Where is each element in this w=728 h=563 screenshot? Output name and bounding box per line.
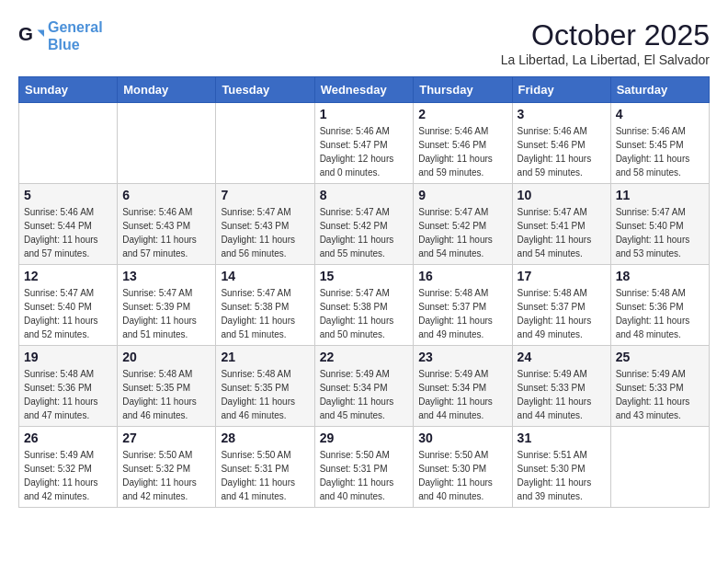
- day-number: 21: [221, 350, 309, 364]
- week-row-2: 5Sunrise: 5:46 AM Sunset: 5:44 PM Daylig…: [19, 184, 710, 265]
- calendar-cell: [118, 103, 216, 184]
- calendar-cell: 15Sunrise: 5:47 AM Sunset: 5:38 PM Dayli…: [314, 265, 414, 346]
- day-number: 17: [518, 269, 606, 283]
- day-info: Sunrise: 5:51 AM Sunset: 5:30 PM Dayligh…: [518, 448, 606, 503]
- location: La Libertad, La Libertad, El Salvador: [501, 52, 710, 67]
- day-info: Sunrise: 5:46 AM Sunset: 5:46 PM Dayligh…: [518, 124, 606, 179]
- logo: G General Blue: [18, 18, 103, 53]
- day-info: Sunrise: 5:48 AM Sunset: 5:36 PM Dayligh…: [616, 286, 704, 341]
- calendar-cell: 31Sunrise: 5:51 AM Sunset: 5:30 PM Dayli…: [512, 427, 610, 508]
- calendar-cell: 18Sunrise: 5:48 AM Sunset: 5:36 PM Dayli…: [610, 265, 709, 346]
- day-number: 27: [122, 431, 210, 445]
- day-info: Sunrise: 5:46 AM Sunset: 5:46 PM Dayligh…: [418, 124, 506, 179]
- day-info: Sunrise: 5:47 AM Sunset: 5:42 PM Dayligh…: [418, 205, 506, 260]
- day-number: 8: [320, 188, 409, 202]
- day-info: Sunrise: 5:50 AM Sunset: 5:31 PM Dayligh…: [320, 448, 409, 503]
- calendar-cell: [19, 103, 118, 184]
- calendar-cell: 19Sunrise: 5:48 AM Sunset: 5:36 PM Dayli…: [19, 346, 118, 427]
- day-number: 3: [518, 107, 606, 121]
- day-info: Sunrise: 5:46 AM Sunset: 5:43 PM Dayligh…: [122, 205, 210, 260]
- calendar-cell: 11Sunrise: 5:47 AM Sunset: 5:40 PM Dayli…: [610, 184, 709, 265]
- day-number: 7: [221, 188, 309, 202]
- day-number: 22: [320, 350, 409, 364]
- calendar-cell: [610, 427, 709, 508]
- calendar-cell: 23Sunrise: 5:49 AM Sunset: 5:34 PM Dayli…: [414, 346, 512, 427]
- day-info: Sunrise: 5:48 AM Sunset: 5:37 PM Dayligh…: [518, 286, 606, 341]
- calendar-cell: 30Sunrise: 5:50 AM Sunset: 5:30 PM Dayli…: [414, 427, 512, 508]
- day-number: 19: [24, 350, 112, 364]
- day-number: 12: [24, 269, 112, 283]
- weekday-header-thursday: Thursday: [414, 77, 512, 103]
- day-info: Sunrise: 5:47 AM Sunset: 5:41 PM Dayligh…: [518, 205, 606, 260]
- calendar-cell: 12Sunrise: 5:47 AM Sunset: 5:40 PM Dayli…: [19, 265, 118, 346]
- calendar-cell: 25Sunrise: 5:49 AM Sunset: 5:33 PM Dayli…: [610, 346, 709, 427]
- calendar-cell: 8Sunrise: 5:47 AM Sunset: 5:42 PM Daylig…: [314, 184, 414, 265]
- day-info: Sunrise: 5:46 AM Sunset: 5:45 PM Dayligh…: [616, 124, 704, 179]
- logo-line1: General: [48, 19, 103, 35]
- day-info: Sunrise: 5:48 AM Sunset: 5:35 PM Dayligh…: [221, 367, 309, 422]
- calendar-cell: 10Sunrise: 5:47 AM Sunset: 5:41 PM Dayli…: [512, 184, 610, 265]
- day-number: 1: [320, 107, 409, 121]
- week-row-3: 12Sunrise: 5:47 AM Sunset: 5:40 PM Dayli…: [19, 265, 710, 346]
- day-info: Sunrise: 5:47 AM Sunset: 5:42 PM Dayligh…: [320, 205, 409, 260]
- day-info: Sunrise: 5:49 AM Sunset: 5:33 PM Dayligh…: [518, 367, 606, 422]
- calendar-cell: 5Sunrise: 5:46 AM Sunset: 5:44 PM Daylig…: [19, 184, 118, 265]
- calendar: SundayMondayTuesdayWednesdayThursdayFrid…: [18, 76, 710, 508]
- weekday-header-sunday: Sunday: [19, 77, 118, 103]
- svg-marker-1: [38, 30, 44, 37]
- day-number: 6: [122, 188, 210, 202]
- calendar-cell: 4Sunrise: 5:46 AM Sunset: 5:45 PM Daylig…: [610, 103, 709, 184]
- calendar-cell: 22Sunrise: 5:49 AM Sunset: 5:34 PM Dayli…: [314, 346, 414, 427]
- day-number: 20: [122, 350, 210, 364]
- weekday-header-wednesday: Wednesday: [314, 77, 414, 103]
- calendar-cell: 14Sunrise: 5:47 AM Sunset: 5:38 PM Dayli…: [216, 265, 314, 346]
- day-info: Sunrise: 5:50 AM Sunset: 5:32 PM Dayligh…: [122, 448, 210, 503]
- week-row-5: 26Sunrise: 5:49 AM Sunset: 5:32 PM Dayli…: [19, 427, 710, 508]
- day-info: Sunrise: 5:47 AM Sunset: 5:39 PM Dayligh…: [122, 286, 210, 341]
- day-number: 18: [616, 269, 704, 283]
- day-number: 9: [418, 188, 506, 202]
- logo-line2: Blue: [48, 37, 80, 52]
- day-info: Sunrise: 5:50 AM Sunset: 5:31 PM Dayligh…: [221, 448, 309, 503]
- weekday-header-tuesday: Tuesday: [216, 77, 314, 103]
- day-info: Sunrise: 5:50 AM Sunset: 5:30 PM Dayligh…: [418, 448, 506, 503]
- day-info: Sunrise: 5:49 AM Sunset: 5:34 PM Dayligh…: [320, 367, 409, 422]
- day-info: Sunrise: 5:48 AM Sunset: 5:35 PM Dayligh…: [122, 367, 210, 422]
- day-number: 29: [320, 431, 409, 445]
- day-number: 4: [616, 107, 704, 121]
- day-info: Sunrise: 5:49 AM Sunset: 5:33 PM Dayligh…: [616, 367, 704, 422]
- day-info: Sunrise: 5:49 AM Sunset: 5:32 PM Dayligh…: [24, 448, 112, 503]
- calendar-cell: 29Sunrise: 5:50 AM Sunset: 5:31 PM Dayli…: [314, 427, 414, 508]
- day-info: Sunrise: 5:47 AM Sunset: 5:40 PM Dayligh…: [24, 286, 112, 341]
- day-number: 31: [518, 431, 606, 445]
- day-info: Sunrise: 5:48 AM Sunset: 5:36 PM Dayligh…: [24, 367, 112, 422]
- calendar-cell: 24Sunrise: 5:49 AM Sunset: 5:33 PM Dayli…: [512, 346, 610, 427]
- day-number: 30: [418, 431, 506, 445]
- weekday-header-row: SundayMondayTuesdayWednesdayThursdayFrid…: [19, 77, 710, 103]
- day-info: Sunrise: 5:47 AM Sunset: 5:43 PM Dayligh…: [221, 205, 309, 260]
- calendar-cell: 26Sunrise: 5:49 AM Sunset: 5:32 PM Dayli…: [19, 427, 118, 508]
- day-number: 16: [418, 269, 506, 283]
- weekday-header-friday: Friday: [512, 77, 610, 103]
- day-number: 14: [221, 269, 309, 283]
- day-info: Sunrise: 5:47 AM Sunset: 5:40 PM Dayligh…: [616, 205, 704, 260]
- day-number: 25: [616, 350, 704, 364]
- day-number: 15: [320, 269, 409, 283]
- calendar-cell: 21Sunrise: 5:48 AM Sunset: 5:35 PM Dayli…: [216, 346, 314, 427]
- logo-text: General Blue: [48, 18, 103, 53]
- calendar-cell: 9Sunrise: 5:47 AM Sunset: 5:42 PM Daylig…: [414, 184, 512, 265]
- page-header: G General Blue October 2025 La Libertad,…: [18, 18, 710, 67]
- calendar-cell: 27Sunrise: 5:50 AM Sunset: 5:32 PM Dayli…: [118, 427, 216, 508]
- calendar-cell: 2Sunrise: 5:46 AM Sunset: 5:46 PM Daylig…: [414, 103, 512, 184]
- calendar-cell: [216, 103, 314, 184]
- day-number: 26: [24, 431, 112, 445]
- day-number: 13: [122, 269, 210, 283]
- day-info: Sunrise: 5:49 AM Sunset: 5:34 PM Dayligh…: [418, 367, 506, 422]
- day-info: Sunrise: 5:46 AM Sunset: 5:44 PM Dayligh…: [24, 205, 112, 260]
- day-number: 24: [518, 350, 606, 364]
- weekday-header-saturday: Saturday: [610, 77, 709, 103]
- calendar-cell: 13Sunrise: 5:47 AM Sunset: 5:39 PM Dayli…: [118, 265, 216, 346]
- month-title: October 2025: [501, 18, 710, 52]
- day-number: 28: [221, 431, 309, 445]
- week-row-4: 19Sunrise: 5:48 AM Sunset: 5:36 PM Dayli…: [19, 346, 710, 427]
